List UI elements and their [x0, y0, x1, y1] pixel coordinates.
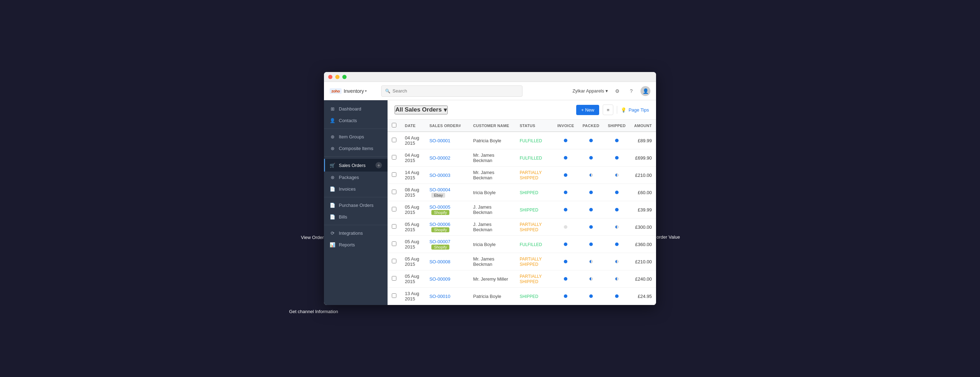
row-invoice [553, 270, 578, 288]
so-link[interactable]: SO-00003 [429, 173, 450, 178]
sidebar-item-item-groups[interactable]: ⊛ Item Groups [324, 131, 388, 143]
row-select-checkbox[interactable] [392, 224, 396, 229]
so-link[interactable]: SO-00010 [429, 294, 450, 299]
reports-icon: 📊 [329, 242, 335, 247]
row-checkbox [388, 149, 401, 166]
annotation-get-channel-info: Get channel Information [285, 309, 338, 315]
row-date: 05 Aug 2015 [401, 219, 425, 236]
dot-full [589, 208, 593, 211]
row-so-number: SO-00002 [425, 149, 469, 166]
row-packed [578, 219, 603, 236]
add-sales-order-btn[interactable]: + [375, 162, 382, 168]
channel-shopify-badge: Shopify [431, 227, 449, 232]
sidebar-item-bills[interactable]: 📄 Bills [324, 211, 388, 223]
dot-half [615, 277, 619, 280]
search-input[interactable] [393, 88, 519, 93]
minimize-button[interactable] [335, 75, 339, 79]
row-select-checkbox[interactable] [392, 172, 396, 177]
main-layout: ⊞ Dashboard 👤 Contacts ⊛ Item Groups ⊛ [324, 100, 656, 305]
logo-area: zoho Inventory ▾ [329, 88, 375, 94]
row-amount: £360.00 [630, 236, 656, 253]
status-badge: FULFILLED [520, 242, 542, 247]
so-link[interactable]: SO-00001 [429, 138, 450, 143]
row-select-checkbox[interactable] [392, 190, 396, 194]
row-date: 13 Aug 2015 [401, 288, 425, 305]
sidebar-item-integrations[interactable]: ⟳ Integrations [324, 227, 388, 239]
app-name[interactable]: Inventory ▾ [344, 88, 367, 94]
contacts-icon: 👤 [329, 118, 335, 123]
row-invoice [553, 219, 578, 236]
so-link[interactable]: SO-00002 [429, 155, 450, 161]
sidebar-item-invoices[interactable]: 📄 Invoices [324, 183, 388, 195]
sidebar-item-packages[interactable]: ⊛ Packages [324, 171, 388, 183]
sidebar-item-purchase-orders[interactable]: 📄 Purchase Orders [324, 200, 388, 211]
row-checkbox [388, 288, 401, 305]
table-body: 04 Aug 2015 SO-00001 Patricia Boyle FULF… [388, 131, 656, 305]
close-button[interactable] [328, 75, 332, 79]
row-customer: J. James Beckman [469, 219, 515, 236]
sidebar-item-dashboard[interactable]: ⊞ Dashboard [324, 103, 388, 115]
sidebar-item-composite-items[interactable]: ⊛ Composite Items [324, 143, 388, 154]
row-select-checkbox[interactable] [392, 155, 396, 160]
row-so-number: SO-00007 Shopify [425, 236, 469, 253]
table-row: 04 Aug 2015 SO-00001 Patricia Boyle FULF… [388, 131, 656, 149]
list-view-button[interactable]: ≡ [603, 105, 613, 115]
row-select-checkbox[interactable] [392, 138, 396, 142]
dot-full [564, 139, 567, 142]
sidebar-item-sales-orders[interactable]: 🛒 Sales Orders + [324, 159, 388, 171]
page-title-chevron: ▾ [444, 106, 447, 114]
row-select-checkbox[interactable] [392, 207, 396, 211]
maximize-button[interactable] [342, 75, 347, 79]
header-divider [617, 106, 617, 114]
row-customer: Patricia Boyle [469, 288, 515, 305]
row-select-checkbox[interactable] [392, 293, 396, 298]
so-link[interactable]: SO-00006 [429, 222, 450, 227]
row-select-checkbox[interactable] [392, 276, 396, 280]
row-status: FULFILLED [515, 149, 553, 166]
row-customer: tricia Boyle [469, 184, 515, 201]
sidebar-item-contacts[interactable]: 👤 Contacts [324, 115, 388, 127]
row-so-number: SO-00003 [425, 166, 469, 184]
table-row: 05 Aug 2015 SO-00007 Shopify tricia Boyl… [388, 236, 656, 253]
page-title-dropdown[interactable]: All Sales Orders ▾ [395, 106, 448, 114]
sidebar-divider-3 [324, 197, 388, 197]
row-date: 08 Aug 2015 [401, 184, 425, 201]
settings-button[interactable]: ⚙ [612, 86, 622, 96]
dot-full [564, 242, 567, 246]
user-avatar[interactable]: 👤 [641, 86, 651, 96]
row-amount: £210.00 [630, 166, 656, 184]
row-invoice [553, 149, 578, 166]
so-link[interactable]: SO-00005 [429, 204, 450, 210]
search-bar[interactable]: 🔍 [381, 86, 522, 97]
row-customer: Mr. James Beckman [469, 149, 515, 166]
so-link[interactable]: SO-00007 [429, 239, 450, 244]
so-link[interactable]: SO-00004 [429, 187, 450, 192]
row-date: 04 Aug 2015 [401, 149, 425, 166]
row-invoice [553, 184, 578, 201]
row-checkbox [388, 236, 401, 253]
sales-orders-table: DATE SALES ORDER# CUSTOMER NAME STATUS I… [388, 120, 656, 305]
dot-full [564, 295, 567, 298]
org-selector[interactable]: Zylkar Apparels ▾ [572, 88, 608, 93]
dot-full [589, 225, 593, 229]
packages-icon: ⊛ [329, 175, 335, 180]
so-link[interactable]: SO-00008 [429, 259, 450, 265]
row-shipped [603, 201, 630, 219]
sidebar-divider [324, 128, 388, 129]
row-amount: £39.99 [630, 201, 656, 219]
row-select-checkbox[interactable] [392, 241, 396, 246]
page-tips-button[interactable]: 💡 Page Tips [621, 107, 649, 112]
select-all-checkbox[interactable] [392, 123, 396, 127]
dot-full [615, 191, 619, 194]
sidebar-item-reports[interactable]: 📊 Reports [324, 239, 388, 250]
header-customer-name: CUSTOMER NAME [469, 120, 515, 131]
so-link[interactable]: SO-00009 [429, 276, 450, 282]
dot-full [615, 208, 619, 211]
new-button[interactable]: + New [576, 105, 599, 115]
search-icon: 🔍 [385, 89, 390, 93]
dot-half [615, 260, 619, 263]
row-status: PARTIALLY SHIPPED [515, 253, 553, 270]
row-select-checkbox[interactable] [392, 259, 396, 263]
row-shipped [603, 149, 630, 166]
help-button[interactable]: ? [626, 86, 636, 96]
